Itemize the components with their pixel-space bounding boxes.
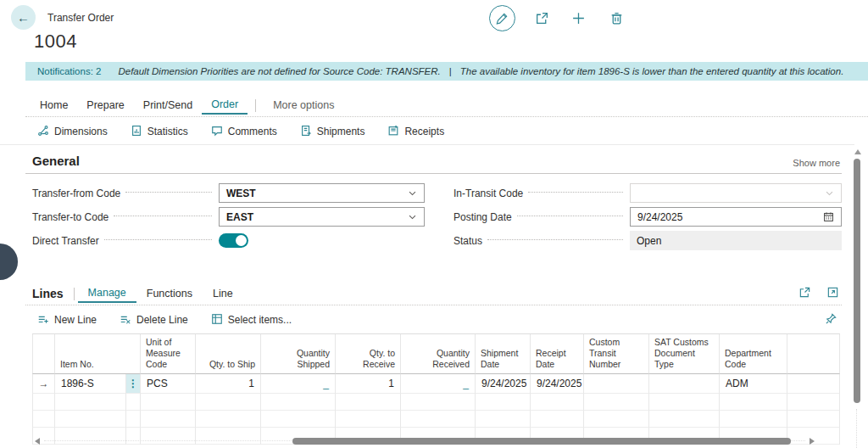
tab-home[interactable]: Home — [31, 98, 77, 113]
notification-message-1: Default Dimension Priorities are not def… — [118, 66, 440, 76]
calendar-icon[interactable] — [823, 211, 834, 222]
in-transit-dropdown[interactable] — [630, 183, 842, 203]
header-uom[interactable]: Unit of Measure Code — [141, 334, 196, 374]
notifications-count[interactable]: Notifications: 2 — [37, 66, 101, 76]
share-icon[interactable] — [535, 11, 549, 25]
cell-blank[interactable] — [787, 374, 840, 394]
header-custom-transit-number[interactable]: Custom Transit Number — [584, 334, 649, 374]
hscroll-thumb[interactable] — [292, 438, 791, 445]
row-options-ellipsis[interactable]: ⋮ — [126, 374, 141, 394]
dotted-leader — [125, 192, 212, 193]
cell-uom[interactable]: PCS — [141, 374, 196, 394]
new-line-button[interactable]: New Line — [37, 313, 97, 328]
header-sat-customs-document-type[interactable]: SAT Customs Document Type — [649, 334, 720, 374]
toggle-knob — [236, 235, 247, 246]
status-field: Open — [630, 231, 842, 250]
delete-line-button[interactable]: Delete Line — [120, 313, 188, 328]
dotted-leader — [487, 239, 623, 240]
new-plus-icon[interactable] — [571, 11, 586, 25]
header-qty-to-ship[interactable]: Qty. to Ship — [196, 334, 261, 374]
lines-tab-functions[interactable]: Functions — [136, 286, 203, 301]
header-shipment-date[interactable]: Shipment Date — [476, 334, 531, 374]
lines-share-icon[interactable] — [798, 286, 811, 299]
lines-tab-line[interactable]: Line — [203, 286, 243, 301]
pin-icon[interactable] — [825, 312, 837, 328]
dotted-leader — [104, 239, 212, 240]
header-quantity-received[interactable]: Quantity Received — [401, 334, 476, 374]
tab-print-send[interactable]: Print/Send — [134, 98, 202, 113]
cell-department-code[interactable]: ADM — [720, 374, 787, 394]
order-action-bar: Dimensions Statistics Comments Shipments — [37, 121, 444, 142]
vscroll-up-arrow[interactable] — [854, 149, 861, 154]
cell-quantity-received[interactable]: _ — [401, 374, 476, 394]
action-comments[interactable]: Comments — [211, 125, 277, 139]
chevron-down-icon[interactable] — [408, 212, 417, 221]
tab-prepare[interactable]: Prepare — [77, 98, 133, 113]
transfer-from-dropdown[interactable]: WEST — [219, 183, 425, 203]
back-button[interactable]: ← — [11, 5, 36, 30]
tab-order[interactable]: Order — [202, 97, 248, 115]
direct-transfer-toggle[interactable] — [219, 233, 248, 248]
posting-date-label: Posting Date — [453, 211, 512, 223]
header-qty-to-receive[interactable]: Qty. to Receive — [336, 334, 401, 374]
hscroll-left-arrow[interactable] — [35, 438, 40, 445]
table-empty-row — [32, 394, 840, 411]
edit-pencil-icon[interactable] — [489, 5, 515, 31]
cell-shipment-date[interactable]: 9/24/2025 — [476, 374, 531, 394]
delete-trash-icon[interactable] — [609, 11, 624, 25]
dotted-leader — [114, 216, 212, 216]
dotted-leader — [517, 216, 623, 216]
show-more-link[interactable]: Show more — [793, 158, 840, 168]
action-shipments[interactable]: Shipments — [300, 125, 365, 139]
action-statistics[interactable]: Statistics — [131, 125, 188, 139]
cell-sat-customs-document-type[interactable] — [649, 374, 720, 394]
notification-separator: | — [449, 66, 452, 76]
cell-qty-to-receive[interactable]: 1 — [336, 374, 401, 394]
cell-receipt-date[interactable]: 9/24/2025 — [531, 374, 584, 394]
cell-quantity-shipped[interactable]: _ — [261, 374, 336, 394]
more-options[interactable]: More options — [264, 98, 343, 113]
open-in-new-icon[interactable] — [826, 286, 839, 299]
delete-line-icon — [120, 313, 131, 328]
chevron-down-icon[interactable] — [408, 188, 417, 198]
transfer-from-label: Transfer-from Code — [32, 188, 120, 199]
shipments-icon — [300, 125, 312, 139]
lines-border — [25, 305, 842, 305]
general-underline — [25, 173, 842, 174]
hscroll-right-arrow[interactable] — [810, 438, 815, 445]
header-receipt-date[interactable]: Receipt Date — [531, 334, 584, 374]
chevron-down-icon — [825, 188, 834, 198]
header-department-code[interactable]: Department Code — [720, 334, 787, 374]
select-items-icon — [211, 313, 223, 328]
tab-divider — [255, 99, 256, 112]
ribbon-border — [25, 116, 868, 117]
action-dimensions[interactable]: Dimensions — [37, 125, 108, 139]
select-items-button[interactable]: Select items... — [211, 313, 292, 328]
cell-custom-transit-number[interactable] — [584, 374, 649, 394]
cell-qty-to-ship[interactable]: 1 — [196, 374, 261, 394]
ribbon-tab-strip: Home Prepare Print/Send Order More optio… — [31, 95, 343, 115]
action-receipts[interactable]: Receipts — [387, 125, 444, 139]
lines-section-title: Lines — [32, 287, 64, 300]
direct-transfer-label: Direct Transfer — [32, 235, 99, 247]
section-divider — [0, 144, 854, 145]
cell-item-no[interactable]: 1896-S — [55, 374, 126, 394]
new-line-icon — [37, 313, 49, 328]
lines-tab-manage[interactable]: Manage — [78, 285, 136, 303]
header-quantity-shipped[interactable]: Quantity Shipped — [261, 334, 336, 374]
posting-date-input[interactable]: 9/24/2025 — [630, 207, 842, 227]
table-row: → 1896-S ⋮ PCS 1 _ 1 _ 9/24/2025 9/24/20… — [32, 374, 840, 394]
comments-icon — [211, 125, 223, 139]
row-marker-arrow: → — [32, 374, 55, 394]
vscroll-track[interactable] — [856, 409, 857, 448]
in-transit-label: In-Transit Code — [453, 188, 523, 199]
transfer-to-dropdown[interactable]: EAST — [219, 207, 425, 227]
notification-bar: Notifications: 2 Default Dimension Prior… — [25, 62, 868, 81]
receipts-icon — [387, 125, 399, 139]
statistics-icon — [131, 125, 142, 139]
header-item-no[interactable]: Item No. — [55, 334, 141, 374]
side-panel-handle[interactable] — [0, 244, 18, 280]
notification-message-2: The available inventory for item 1896-S … — [460, 66, 844, 76]
vscroll-thumb[interactable] — [854, 159, 860, 403]
table-header-row: Item No. Unit of Measure Code Qty. to Sh… — [32, 333, 840, 374]
